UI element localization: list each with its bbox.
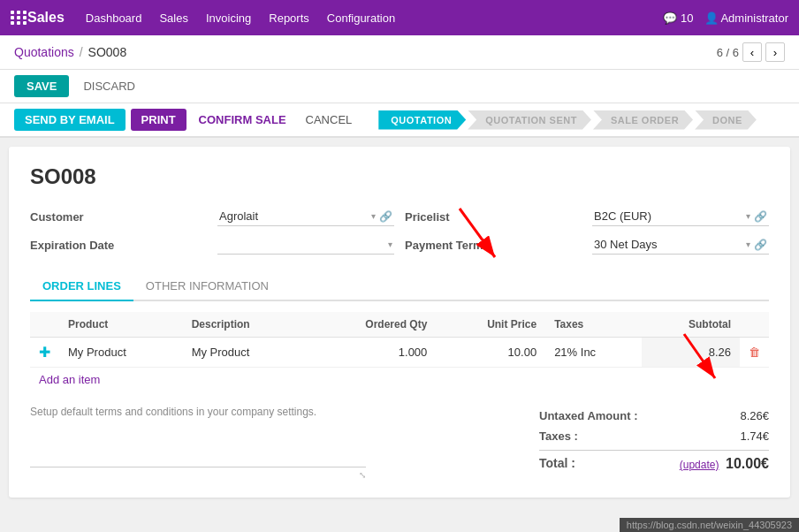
payment-external-link-icon[interactable]: 🔗 — [754, 239, 767, 251]
breadcrumb: Quotations / SO008 — [14, 45, 126, 59]
step-sale-order: SALE ORDER — [593, 110, 693, 130]
taxes-value: 1.74€ — [740, 429, 769, 443]
pager-info: 6 / 6 — [717, 46, 739, 59]
col-subtotal: Subtotal — [642, 312, 740, 338]
total-label: Total : — [539, 456, 575, 472]
taxes-row: Taxes : 1.74€ — [539, 426, 769, 446]
terms-area: Setup default terms and conditions in yo… — [30, 406, 366, 480]
pager-next[interactable]: › — [765, 42, 785, 62]
nav-configuration[interactable]: Configuration — [327, 11, 395, 25]
pricelist-field[interactable]: ▾ 🔗 — [592, 207, 769, 226]
pricelist-external-link-icon[interactable]: 🔗 — [754, 210, 767, 223]
bottom-section: Setup default terms and conditions in yo… — [30, 406, 769, 480]
untaxed-amount-row: Untaxed Amount : 8.26€ — [539, 406, 769, 426]
total-row: Total : (update) 10.00€ — [539, 450, 769, 475]
step-done: DONE — [695, 110, 757, 130]
add-item-link[interactable]: Add an item — [30, 368, 109, 391]
expiration-input[interactable] — [219, 238, 384, 251]
pager-prev[interactable]: ‹ — [742, 42, 762, 62]
resize-handle-icon: ⤡ — [359, 470, 366, 480]
col-product: Product — [59, 312, 183, 338]
customer-dropdown-icon[interactable]: ▾ — [371, 211, 376, 221]
terms-textarea[interactable] — [30, 423, 366, 467]
app-title: Sales — [27, 10, 65, 26]
table-row: ✚ My Product My Product 1.000 10.00 21% … — [30, 338, 769, 368]
cell-product[interactable]: My Product — [59, 338, 183, 368]
delete-row-icon[interactable]: 🗑 — [749, 346, 760, 359]
user-avatar[interactable]: 👤 Administrator — [704, 11, 788, 25]
total-value: 10.00€ — [726, 456, 769, 471]
row-add-icon[interactable]: ✚ — [39, 345, 50, 360]
pricelist-dropdown-icon[interactable]: ▾ — [746, 211, 750, 221]
nav-links: Dashboard Sales Invoicing Reports Config… — [86, 11, 664, 25]
cell-unit-price[interactable]: 10.00 — [436, 338, 545, 368]
discard-button[interactable]: DISCARD — [76, 75, 142, 97]
tabs: ORDER LINES OTHER INFORMATION — [30, 272, 769, 301]
payment-term-input[interactable] — [594, 238, 742, 251]
breadcrumb-parent[interactable]: Quotations — [14, 45, 74, 59]
tab-other-info[interactable]: OTHER INFORMATION — [133, 272, 281, 301]
top-nav: Sales Dashboard Sales Invoicing Reports … — [0, 0, 799, 35]
terms-placeholder: Setup default terms and conditions in yo… — [30, 406, 366, 418]
nav-right: 💬 10 👤 Administrator — [663, 11, 788, 25]
status-steps: QUOTATION QUOTATION SENT SALE ORDER DONE — [378, 110, 758, 130]
grid-menu-icon[interactable] — [11, 11, 27, 25]
nav-sales[interactable]: Sales — [159, 11, 188, 25]
expiration-dropdown-icon[interactable]: ▾ — [388, 239, 392, 249]
tab-order-lines[interactable]: ORDER LINES — [30, 272, 133, 301]
payment-term-label: Payment Term — [405, 239, 582, 252]
print-button[interactable]: PRINT — [131, 109, 186, 131]
expiration-field[interactable]: ▾ — [217, 235, 394, 255]
order-table: Product Description Ordered Qty Unit Pri… — [30, 312, 769, 368]
pricelist-input[interactable] — [594, 209, 742, 223]
col-description: Description — [183, 312, 307, 338]
untaxed-value: 8.26€ — [740, 409, 769, 422]
untaxed-label: Untaxed Amount : — [539, 409, 637, 422]
customer-external-link-icon[interactable]: 🔗 — [379, 210, 392, 223]
taxes-label: Taxes : — [539, 429, 578, 443]
payment-dropdown-icon[interactable]: ▾ — [746, 239, 750, 249]
expiration-label: Expiration Date — [30, 239, 207, 252]
customer-label: Customer — [30, 210, 207, 224]
nav-reports[interactable]: Reports — [269, 11, 309, 25]
cancel-button[interactable]: CANCEL — [299, 109, 360, 131]
cell-taxes: 21% Inc — [545, 338, 642, 368]
form-grid: Customer ▾ 🔗 Pricelist ▾ 🔗 Expiration Da… — [30, 207, 769, 255]
pager: 6 / 6 ‹ › — [717, 42, 785, 62]
update-link[interactable]: (update) — [680, 459, 719, 471]
totals-section: Untaxed Amount : 8.26€ Taxes : 1.74€ Tot… — [539, 406, 769, 475]
main-content: SO008 Customer ▾ 🔗 Pricelist ▾ 🔗 Expirat… — [9, 147, 790, 498]
payment-term-field[interactable]: ▾ 🔗 — [592, 235, 769, 255]
breadcrumb-separator: / — [80, 45, 83, 59]
messages-icon[interactable]: 💬 10 — [663, 11, 693, 25]
nav-dashboard[interactable]: Dashboard — [86, 11, 142, 25]
col-taxes: Taxes — [545, 312, 642, 338]
cell-subtotal: 8.26 — [642, 338, 740, 368]
confirm-sale-button[interactable]: CONFIRM SALE — [192, 109, 293, 131]
action-bar: SAVE DISCARD — [0, 70, 799, 103]
send-by-email-button[interactable]: SEND BY EMAIL — [14, 109, 126, 131]
col-unit-price: Unit Price — [436, 312, 545, 338]
col-qty: Ordered Qty — [307, 312, 437, 338]
breadcrumb-current: SO008 — [88, 45, 127, 59]
cell-qty[interactable]: 1.000 — [307, 338, 437, 368]
cell-description[interactable]: My Product — [183, 338, 307, 368]
step-quotation: QUOTATION — [378, 110, 466, 130]
breadcrumb-bar: Quotations / SO008 6 / 6 ‹ › — [0, 35, 799, 70]
nav-invoicing[interactable]: Invoicing — [206, 11, 251, 25]
record-title: SO008 — [30, 164, 769, 189]
pricelist-label: Pricelist — [405, 210, 582, 224]
customer-input[interactable] — [219, 209, 368, 223]
step-quotation-sent: QUOTATION SENT — [468, 110, 591, 130]
customer-field[interactable]: ▾ 🔗 — [217, 207, 394, 226]
save-button[interactable]: SAVE — [14, 75, 69, 97]
workflow-bar: SEND BY EMAIL PRINT CONFIRM SALE CANCEL … — [0, 103, 799, 138]
